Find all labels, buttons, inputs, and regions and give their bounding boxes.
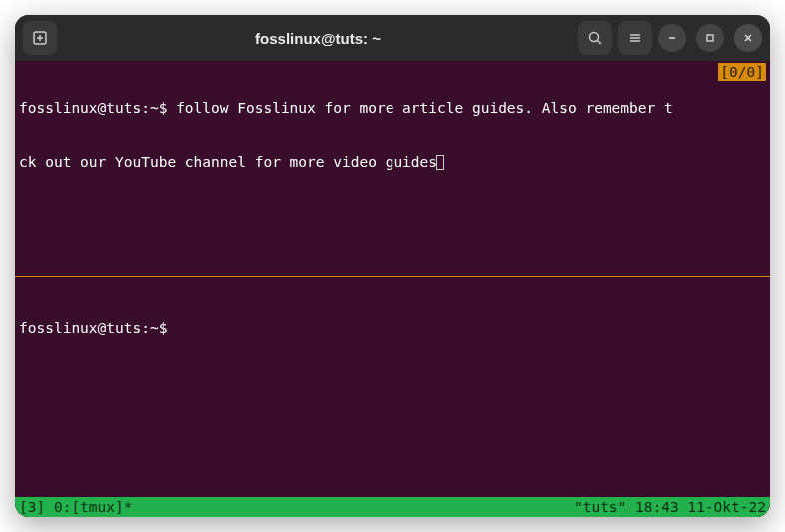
terminal-line: ck out our YouTube channel for more vide… <box>19 153 766 171</box>
terminal-line: fosslinux@tuts:~$ follow Fosslinux for m… <box>19 99 766 117</box>
svg-rect-9 <box>707 35 713 41</box>
tmux-status-bar: [3] 0:[tmux]* "tuts" 18:43 11-Okt-22 <box>15 497 770 517</box>
terminal-line: fosslinux@tuts:~$ <box>19 319 766 337</box>
titlebar: fosslinux@tuts: ~ <box>15 15 770 61</box>
new-tab-button[interactable] <box>23 21 57 55</box>
command-text-wrap: ck out our YouTube channel for more vide… <box>19 154 437 170</box>
status-right: "tuts" 18:43 11-Okt-22 <box>574 498 766 516</box>
svg-point-3 <box>590 33 599 42</box>
shell-prompt: fosslinux@tuts:~$ <box>19 320 167 336</box>
svg-line-4 <box>598 41 602 45</box>
menu-button[interactable] <box>618 21 652 55</box>
tmux-pane-top[interactable]: fosslinux@tuts:~$ follow Fosslinux for m… <box>15 61 770 277</box>
maximize-button[interactable] <box>696 24 724 52</box>
search-button[interactable] <box>578 21 612 55</box>
cursor-icon <box>436 155 444 170</box>
close-button[interactable] <box>734 24 762 52</box>
window-title: fosslinux@tuts: ~ <box>63 30 572 47</box>
status-left: [3] 0:[tmux]* <box>19 498 133 516</box>
terminal-window: fosslinux@tuts: ~ fosslinux@tuts:~$ foll… <box>15 15 770 517</box>
shell-prompt: fosslinux@tuts:~$ <box>19 100 167 116</box>
minimize-button[interactable] <box>658 24 686 52</box>
tmux-pane-bottom[interactable]: fosslinux@tuts:~$ <box>15 277 770 497</box>
command-text: follow Fosslinux for more article guides… <box>167 100 672 116</box>
window-controls <box>658 24 762 52</box>
search-indicator: [0/0] <box>718 63 766 81</box>
terminal-body[interactable]: fosslinux@tuts:~$ follow Fosslinux for m… <box>15 61 770 517</box>
